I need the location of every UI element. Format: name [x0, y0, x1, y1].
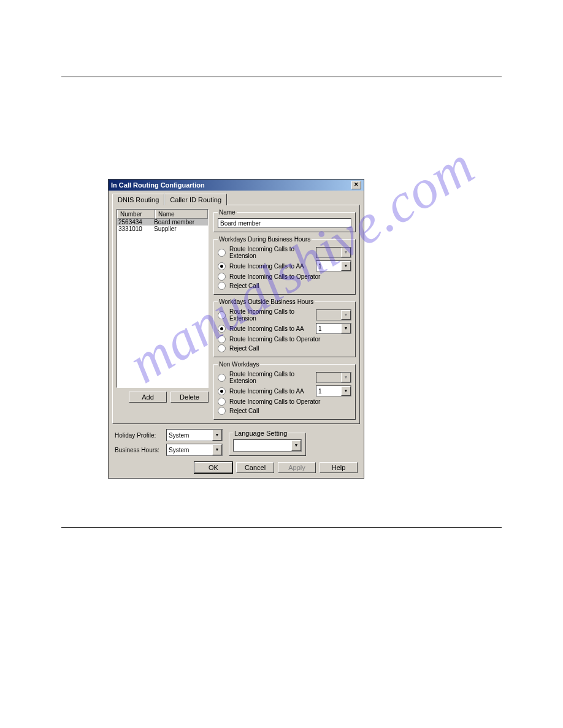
radio-reject-label: Reject Call — [229, 282, 351, 289]
radio-aa[interactable] — [218, 262, 226, 270]
language-combo[interactable]: ▼ — [233, 439, 302, 452]
radio-ext-label: Route Incoming Calls to Extension — [229, 246, 312, 259]
dialog-in-call-routing: In Call Routing Configuartion ✕ DNIS Rou… — [108, 179, 364, 479]
radio-aa[interactable] — [218, 325, 226, 333]
ext-combo[interactable]: ▼ — [316, 247, 351, 258]
col-header-name[interactable]: Name — [155, 210, 208, 219]
radio-reject[interactable] — [218, 282, 226, 290]
group-legend: Workdays During Business Hours — [218, 236, 312, 243]
radio-aa-label: Route Incoming Calls to AA — [229, 263, 312, 270]
language-legend: Language Setting — [233, 430, 288, 437]
chevron-down-icon: ▼ — [341, 261, 351, 271]
radio-operator[interactable] — [218, 273, 226, 281]
group-legend: Non Workdays — [218, 361, 260, 368]
titlebar: In Call Routing Configuartion ✕ — [109, 180, 364, 191]
chevron-down-icon: ▼ — [341, 310, 351, 320]
aa-combo[interactable]: 1▼ — [316, 323, 351, 334]
holiday-profile-combo[interactable]: System▼ — [166, 429, 223, 441]
radio-operator[interactable] — [218, 398, 226, 406]
list-item[interactable]: 3331010 Supplier — [117, 226, 208, 232]
caller-list[interactable]: Number Name 2563434 Board member 3331010… — [117, 209, 209, 388]
group-workdays-business: Workdays During Business Hours Route Inc… — [213, 236, 356, 295]
cell-number: 3331010 — [118, 226, 154, 232]
aa-combo[interactable]: 1▼ — [316, 385, 351, 396]
cell-number: 2563434 — [118, 219, 154, 226]
dialog-title: In Call Routing Configuartion — [111, 181, 205, 189]
cell-name: Board member — [154, 219, 207, 226]
group-workdays-outside: Workdays Outside Business Hours Route In… — [213, 298, 356, 357]
cell-name: Supplier — [154, 226, 207, 232]
ok-button[interactable]: OK — [194, 462, 232, 473]
radio-ext[interactable] — [218, 249, 226, 257]
group-non-workdays: Non Workdays Route Incoming Calls to Ext… — [213, 361, 356, 420]
chevron-down-icon: ▼ — [341, 373, 351, 382]
chevron-down-icon: ▼ — [341, 386, 351, 396]
holiday-profile-label: Holiday Profile: — [115, 432, 164, 439]
radio-reject[interactable] — [218, 344, 226, 352]
radio-aa[interactable] — [218, 387, 226, 395]
chevron-down-icon: ▼ — [212, 444, 222, 455]
radio-ext[interactable] — [218, 374, 226, 382]
add-button[interactable]: Add — [129, 392, 167, 403]
close-icon[interactable]: ✕ — [351, 181, 361, 189]
radio-operator-label: Route Incoming Calls to Operator — [229, 273, 351, 280]
delete-button[interactable]: Delete — [170, 392, 209, 403]
radio-ext[interactable] — [218, 311, 226, 319]
name-input[interactable] — [218, 218, 351, 228]
chevron-down-icon: ▼ — [212, 430, 222, 441]
page-rule-top — [61, 77, 502, 77]
page-rule-bottom — [61, 527, 502, 528]
apply-button[interactable]: Apply — [278, 462, 316, 473]
chevron-down-icon: ▼ — [341, 248, 351, 257]
tab-dnis-routing[interactable]: DNIS Routing — [112, 194, 164, 205]
group-name-legend: Name — [218, 209, 237, 216]
list-item[interactable]: 2563434 Board member — [117, 219, 208, 226]
business-hours-combo[interactable]: System▼ — [166, 444, 223, 456]
col-header-number[interactable]: Number — [117, 210, 155, 219]
tab-caller-id-routing[interactable]: Caller ID Routing — [164, 194, 227, 205]
chevron-down-icon: ▼ — [341, 324, 351, 333]
ext-combo[interactable]: ▼ — [316, 309, 351, 320]
help-button[interactable]: Help — [320, 462, 358, 473]
aa-combo[interactable]: 1▼ — [316, 260, 351, 271]
radio-operator[interactable] — [218, 335, 226, 343]
business-hours-label: Business Hours: — [115, 447, 164, 453]
tab-strip: DNIS Routing Caller ID Routing — [112, 193, 360, 205]
group-name: Name — [213, 209, 356, 232]
ext-combo[interactable]: ▼ — [316, 372, 351, 383]
group-legend: Workdays Outside Business Hours — [218, 298, 315, 305]
tab-panel: Number Name 2563434 Board member 3331010… — [112, 205, 360, 424]
chevron-down-icon: ▼ — [291, 440, 301, 451]
cancel-button[interactable]: Cancel — [236, 462, 274, 473]
radio-reject[interactable] — [218, 407, 226, 415]
group-language-setting: Language Setting ▼ — [229, 430, 306, 456]
